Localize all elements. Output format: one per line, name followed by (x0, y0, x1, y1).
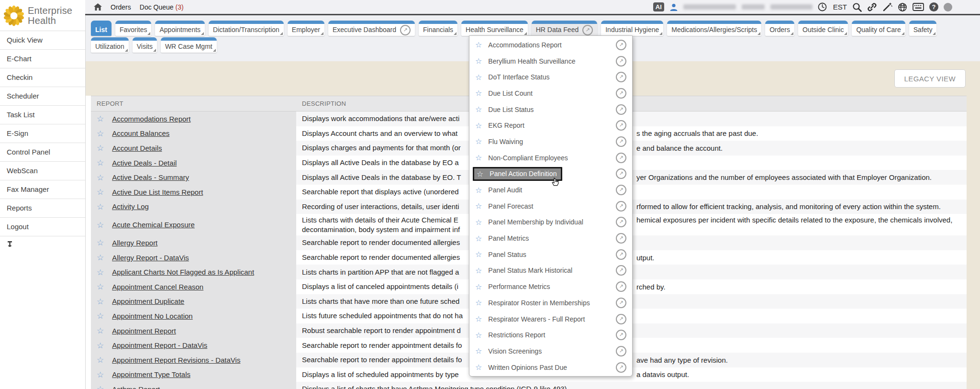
report-link-appointment-duplicate[interactable]: Appointment Duplicate (112, 297, 184, 305)
globe-icon[interactable] (898, 2, 907, 12)
dropdown-item-panel-status-mark-historical[interactable]: ☆Panel Status Mark Historical↗ (469, 263, 632, 279)
home-icon[interactable] (94, 3, 102, 11)
report-link-activity-log[interactable]: Activity Log (112, 202, 149, 211)
sidebar-item-webscan[interactable]: WebScan (0, 162, 85, 180)
favorite-star-icon[interactable]: ☆ (97, 143, 104, 153)
favorite-star-icon[interactable]: ☆ (97, 158, 104, 167)
dropdown-item-panel-status[interactable]: ☆Panel Status↗ (469, 246, 632, 263)
dropdown-item-panel-action-definition[interactable]: ☆Panel Action Definition↗ (469, 166, 632, 182)
favorite-star-icon[interactable]: ☆ (475, 153, 482, 162)
favorite-star-icon[interactable]: ☆ (475, 89, 482, 98)
tab-appointments[interactable]: Appointments (155, 21, 205, 36)
report-link-allergy-report[interactable]: Allergy Report (112, 239, 157, 247)
report-link-appointment-report[interactable]: Appointment Report (112, 327, 176, 335)
ai-badge[interactable]: AI (653, 2, 664, 11)
popout-icon[interactable]: ↗ (616, 120, 626, 131)
dropdown-item-panel-metrics[interactable]: ☆Panel Metrics↗ (469, 230, 632, 246)
help-icon[interactable]: ? (929, 2, 938, 11)
sidebar-item-e-sign[interactable]: E-Sign (0, 124, 85, 143)
dropdown-item-due-list-status[interactable]: ☆Due List Status↗ (469, 101, 632, 118)
report-link-acute-chemical-exposure[interactable]: Acute Chemical Exposure (112, 221, 195, 229)
favorite-star-icon[interactable]: ☆ (475, 121, 482, 130)
popout-icon[interactable]: ↗ (616, 104, 626, 115)
popout-icon[interactable]: ↗ (616, 40, 626, 50)
dropdown-item-non-compliant-employees[interactable]: ☆Non-Compliant Employees↗ (469, 150, 632, 166)
favorite-star-icon[interactable]: ☆ (475, 186, 482, 195)
favorite-star-icon[interactable]: ☆ (475, 137, 482, 146)
doc-queue-link[interactable]: Doc Queue (3) (140, 3, 184, 11)
popout-icon[interactable]: ↗ (616, 168, 626, 179)
popout-icon[interactable]: ↗ (616, 281, 626, 292)
favorite-star-icon[interactable]: ☆ (97, 114, 104, 123)
tab-outside-clinic[interactable]: Outside Clinic (798, 21, 848, 36)
favorite-star-icon[interactable]: ☆ (475, 314, 482, 323)
report-link-appointment-type-totals[interactable]: Appointment Type Totals (112, 370, 190, 378)
favorite-star-icon[interactable]: ☆ (97, 384, 104, 389)
report-link-active-deals-detail[interactable]: Active Deals - Detail (112, 159, 177, 167)
dropdown-item-respirator-wearers-full-report[interactable]: ☆Respirator Wearers - Full Report↗ (469, 311, 632, 327)
report-link-active-due-list-items-report[interactable]: Active Due List Items Report (112, 188, 203, 196)
popout-icon[interactable]: ↗ (582, 25, 593, 35)
orders-link[interactable]: Orders (111, 3, 131, 11)
favorite-star-icon[interactable]: ☆ (97, 326, 104, 335)
report-link-active-deals-summary[interactable]: Active Deals - Summary (112, 173, 189, 181)
favorite-star-icon[interactable]: ☆ (97, 187, 104, 197)
sidebar-item-fax-manager[interactable]: Fax Manager (0, 180, 85, 199)
tab-financials[interactable]: Financials (419, 21, 457, 36)
sidebar-item-control-panel[interactable]: Control Panel (0, 143, 85, 162)
favorite-star-icon[interactable]: ☆ (475, 201, 482, 211)
favorite-star-icon[interactable]: ☆ (475, 363, 482, 372)
report-link-allergy-report-datavis[interactable]: Allergy Report - DataVis (112, 254, 189, 262)
dropdown-item-flu-waiving[interactable]: ☆Flu Waiving↗ (469, 133, 632, 150)
sidebar-item-checkin[interactable]: Checkin (0, 68, 85, 87)
report-link-accommodations-report[interactable]: Accommodations Report (112, 115, 190, 123)
favorite-star-icon[interactable]: ☆ (475, 218, 482, 227)
tab-favorites[interactable]: Favorites (115, 21, 152, 36)
tab-safety[interactable]: Safety (909, 21, 937, 36)
tab-executive-dashboard[interactable]: Executive Dashboard↗ (328, 21, 415, 36)
report-link-appointment-report-revisions-datavis[interactable]: Appointment Report Revisions - DataVis (112, 356, 240, 364)
report-link-account-details[interactable]: Account Details (112, 144, 162, 152)
popout-icon[interactable]: ↗ (616, 249, 626, 260)
tab-industrial-hygiene[interactable]: Industrial Hygiene (601, 21, 663, 36)
dropdown-item-vision-screenings[interactable]: ☆Vision Screenings↗ (469, 343, 632, 359)
sidebar-item-reports[interactable]: Reports (0, 199, 85, 218)
report-link-account-balances[interactable]: Account Balances (112, 129, 169, 137)
report-link-applicant-charts-not-flagged-as-is-applicant[interactable]: Applicant Charts Not Flagged as Is Appli… (112, 268, 254, 276)
favorite-star-icon[interactable]: ☆ (475, 56, 482, 66)
favorite-star-icon[interactable]: ☆ (97, 355, 104, 365)
popout-icon[interactable]: ↗ (616, 153, 626, 163)
favorite-star-icon[interactable]: ☆ (97, 297, 104, 306)
report-link-appointment-cancel-reason[interactable]: Appointment Cancel Reason (112, 283, 203, 291)
favorite-star-icon[interactable]: ☆ (475, 346, 482, 356)
dropdown-item-beryllium-health-surveillance[interactable]: ☆Beryllium Health Surveillance↗ (469, 53, 632, 69)
user-icon[interactable] (669, 3, 678, 11)
popout-icon[interactable]: ↗ (616, 265, 626, 276)
popout-icon[interactable]: ↗ (400, 25, 411, 35)
popout-icon[interactable]: ↗ (616, 56, 626, 67)
popout-icon[interactable]: ↗ (616, 72, 626, 82)
tab-wr-case-mgmt[interactable]: WR Case Mgmt (161, 37, 217, 53)
tab-list[interactable]: List (91, 21, 111, 36)
favorite-star-icon[interactable]: ☆ (475, 40, 482, 49)
search-icon[interactable] (852, 2, 862, 12)
favorite-star-icon[interactable]: ☆ (475, 298, 482, 307)
column-header-report[interactable]: REPORT (91, 96, 296, 111)
sidebar-item-e-chart[interactable]: E-Chart (0, 50, 85, 68)
report-link-appointment-report-datavis[interactable]: Appointment Report - DataVis (112, 341, 207, 349)
popout-icon[interactable]: ↗ (616, 346, 626, 356)
favorite-star-icon[interactable]: ☆ (97, 341, 104, 350)
popout-icon[interactable]: ↗ (616, 233, 626, 244)
favorite-star-icon[interactable]: ☆ (97, 202, 104, 211)
popout-icon[interactable]: ↗ (616, 201, 626, 211)
favorite-star-icon[interactable]: ☆ (97, 253, 104, 262)
popout-icon[interactable]: ↗ (616, 314, 626, 324)
favorite-star-icon[interactable]: ☆ (97, 220, 104, 230)
favorite-star-icon[interactable]: ☆ (475, 105, 482, 114)
tab-orders[interactable]: Orders (765, 21, 794, 36)
dropdown-item-written-opinions-past-due[interactable]: ☆Written Opinions Past Due↗ (469, 359, 632, 376)
dropdown-item-due-list-count[interactable]: ☆Due List Count↗ (469, 85, 632, 101)
dropdown-item-ekg-report[interactable]: ☆EKG Report↗ (469, 117, 632, 133)
popout-icon[interactable]: ↗ (616, 217, 626, 227)
dropdown-item-panel-membership-by-individual[interactable]: ☆Panel Membership by Individual↗ (469, 214, 632, 231)
